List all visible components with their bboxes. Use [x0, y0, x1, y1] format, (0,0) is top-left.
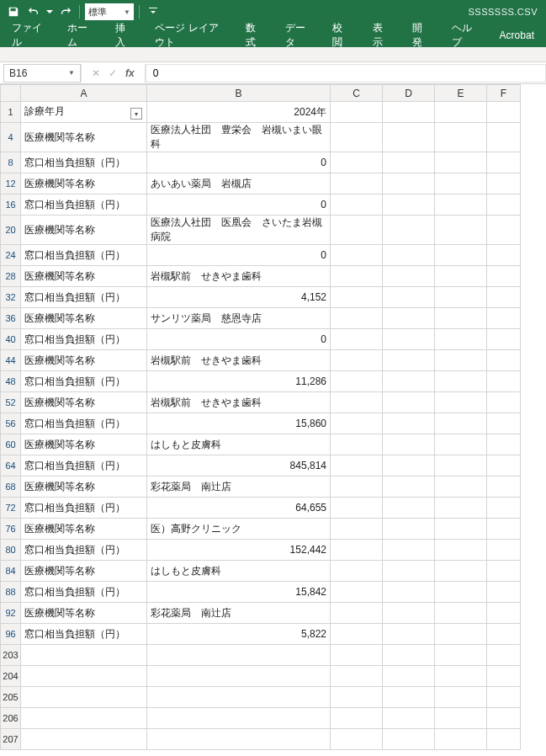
cell-A36[interactable]: 医療機関等名称: [21, 308, 147, 329]
cell-D16[interactable]: [383, 194, 435, 216]
cell-B84[interactable]: はしもと皮膚科: [147, 561, 331, 582]
cell-D204[interactable]: [383, 666, 435, 687]
cell-F32[interactable]: [487, 287, 521, 308]
cell-D76[interactable]: [383, 519, 435, 540]
cell-A84[interactable]: 医療機関等名称: [21, 561, 147, 582]
cell-E16[interactable]: [435, 194, 487, 216]
ribbon-tab-データ[interactable]: データ: [273, 24, 321, 47]
cell-E72[interactable]: [435, 498, 487, 519]
cell-B80[interactable]: 152,442: [147, 540, 331, 561]
cell-E203[interactable]: [435, 645, 487, 666]
cell-B92[interactable]: 彩花薬局 南辻店: [147, 603, 331, 624]
cell-C56[interactable]: [331, 413, 383, 434]
cell-F207[interactable]: [487, 729, 521, 750]
column-header-C[interactable]: C: [331, 85, 383, 102]
cell-C72[interactable]: [331, 498, 383, 519]
cell-C36[interactable]: [331, 308, 383, 329]
cell-C1[interactable]: [331, 102, 383, 123]
cell-F204[interactable]: [487, 666, 521, 687]
cell-C48[interactable]: [331, 371, 383, 392]
cell-F206[interactable]: [487, 708, 521, 729]
cell-F28[interactable]: [487, 266, 521, 287]
row-header-206[interactable]: 206: [1, 708, 21, 729]
column-header-D[interactable]: D: [383, 85, 435, 102]
select-all-corner[interactable]: [1, 85, 21, 102]
cell-A60[interactable]: 医療機関等名称: [21, 434, 147, 455]
cell-A12[interactable]: 医療機関等名称: [21, 173, 147, 194]
cell-E205[interactable]: [435, 687, 487, 708]
cell-A96[interactable]: 窓口相当負担額（円）: [21, 624, 147, 645]
cell-E32[interactable]: [435, 287, 487, 308]
cell-A32[interactable]: 窓口相当負担額（円）: [21, 287, 147, 308]
undo-icon[interactable]: [25, 3, 42, 20]
cell-A204[interactable]: [21, 666, 147, 687]
cell-A40[interactable]: 窓口相当負担額（円）: [21, 329, 147, 350]
cell-D60[interactable]: [383, 434, 435, 455]
cell-A92[interactable]: 医療機関等名称: [21, 603, 147, 624]
cell-E60[interactable]: [435, 434, 487, 455]
cell-D84[interactable]: [383, 561, 435, 582]
row-header-72[interactable]: 72: [1, 498, 21, 519]
cell-A4[interactable]: 医療機関等名称: [21, 123, 147, 152]
cell-B20[interactable]: 医療法人社団 医凰会 さいたま岩槻病院: [147, 216, 331, 245]
cell-C44[interactable]: [331, 350, 383, 371]
cell-A56[interactable]: 窓口相当負担額（円）: [21, 413, 147, 434]
cell-F16[interactable]: [487, 194, 521, 216]
cell-E44[interactable]: [435, 350, 487, 371]
cell-C96[interactable]: [331, 624, 383, 645]
row-header-52[interactable]: 52: [1, 392, 21, 413]
row-header-1[interactable]: 1: [1, 102, 21, 123]
cancel-icon[interactable]: ✕: [92, 67, 100, 79]
cell-B204[interactable]: [147, 666, 331, 687]
ribbon-tab-ホーム[interactable]: ホーム: [56, 24, 103, 47]
row-header-28[interactable]: 28: [1, 266, 21, 287]
save-icon[interactable]: [5, 3, 22, 20]
cell-B88[interactable]: 15,842: [147, 582, 331, 603]
ribbon-tab-挿入[interactable]: 挿入: [103, 24, 143, 47]
cell-E88[interactable]: [435, 582, 487, 603]
cell-C8[interactable]: [331, 152, 383, 173]
cell-F72[interactable]: [487, 498, 521, 519]
cell-B64[interactable]: 845,814: [147, 455, 331, 476]
row-header-24[interactable]: 24: [1, 245, 21, 266]
cell-F84[interactable]: [487, 561, 521, 582]
cell-B36[interactable]: サンリツ薬局 慈恩寺店: [147, 308, 331, 329]
row-header-32[interactable]: 32: [1, 287, 21, 308]
cell-C28[interactable]: [331, 266, 383, 287]
cell-F92[interactable]: [487, 603, 521, 624]
cell-C80[interactable]: [331, 540, 383, 561]
cell-B16[interactable]: 0: [147, 194, 331, 216]
cell-F68[interactable]: [487, 476, 521, 498]
cell-F40[interactable]: [487, 329, 521, 350]
cell-F205[interactable]: [487, 687, 521, 708]
cell-F8[interactable]: [487, 152, 521, 173]
row-header-92[interactable]: 92: [1, 603, 21, 624]
cell-E56[interactable]: [435, 413, 487, 434]
cell-C204[interactable]: [331, 666, 383, 687]
cell-F52[interactable]: [487, 392, 521, 413]
cell-B4[interactable]: 医療法人社団 豊栄会 岩槻いまい眼科: [147, 123, 331, 152]
cell-A20[interactable]: 医療機関等名称: [21, 216, 147, 245]
cell-A8[interactable]: 窓口相当負担額（円）: [21, 152, 147, 173]
cell-B8[interactable]: 0: [147, 152, 331, 173]
cell-B40[interactable]: 0: [147, 329, 331, 350]
cell-A44[interactable]: 医療機関等名称: [21, 350, 147, 371]
cell-D80[interactable]: [383, 540, 435, 561]
ribbon-tab-ヘルプ[interactable]: ヘルプ: [440, 24, 488, 47]
cell-B207[interactable]: [147, 729, 331, 750]
cell-E84[interactable]: [435, 561, 487, 582]
ribbon-tab-数式[interactable]: 数式: [234, 24, 273, 47]
row-header-96[interactable]: 96: [1, 624, 21, 645]
cell-B206[interactable]: [147, 708, 331, 729]
row-header-48[interactable]: 48: [1, 371, 21, 392]
cell-C40[interactable]: [331, 329, 383, 350]
cell-D44[interactable]: [383, 350, 435, 371]
cell-D88[interactable]: [383, 582, 435, 603]
cell-E8[interactable]: [435, 152, 487, 173]
cell-D72[interactable]: [383, 498, 435, 519]
cell-F80[interactable]: [487, 540, 521, 561]
enter-icon[interactable]: ✓: [109, 67, 117, 79]
cell-B12[interactable]: あいあい薬局 岩槻店: [147, 173, 331, 194]
cell-C20[interactable]: [331, 216, 383, 245]
cell-D4[interactable]: [383, 123, 435, 152]
